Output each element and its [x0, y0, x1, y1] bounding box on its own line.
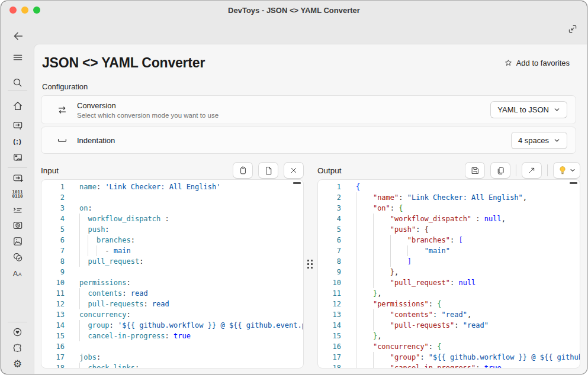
- open-file-button[interactable]: [258, 162, 278, 179]
- image-chip-icon: [12, 151, 24, 163]
- sidebar-separator: [8, 322, 27, 322]
- code-line: workflow_dispatch :: [79, 214, 303, 224]
- copy-icon: [496, 166, 506, 176]
- configuration-section-label: Configuration: [42, 82, 88, 91]
- sidebar-item-testers[interactable]: [8, 218, 27, 233]
- sidebar-item-extensions[interactable]: [8, 340, 27, 355]
- box-arrow-plus-icon: [12, 172, 24, 184]
- sidebar-item-formatters[interactable]: [8, 150, 27, 165]
- code-line: },: [356, 267, 580, 277]
- add-to-favorites-label: Add to favorites: [516, 59, 570, 67]
- line-number: 8: [41, 256, 65, 267]
- code-line: [79, 341, 303, 352]
- sidebar-item-settings[interactable]: ⚙: [8, 356, 27, 371]
- code-line: },: [356, 331, 580, 341]
- sidebar-search-button[interactable]: [8, 75, 27, 90]
- output-code-editor[interactable]: 123456789101112131415161718{ "name": "Li…: [317, 179, 580, 368]
- indentation-space-icon: [56, 134, 69, 147]
- line-number: 13: [41, 309, 65, 320]
- gear-icon: ⚙: [13, 359, 22, 369]
- code-line: },: [356, 288, 580, 299]
- toolbar-separator: [547, 164, 548, 176]
- line-number: 14: [41, 320, 65, 331]
- conversion-mode-dropdown[interactable]: YAML to JSON: [490, 101, 567, 118]
- output-code-lines: { "name": "Link Checker: All English", "…: [356, 182, 580, 368]
- sidebar-item-text-tools[interactable]: [8, 202, 27, 218]
- hamburger-menu-icon: [12, 51, 24, 63]
- line-number: 3: [41, 203, 65, 214]
- indentation-dropdown[interactable]: 4 spaces: [511, 132, 567, 149]
- code-line: push:: [79, 224, 303, 235]
- compact-overlay-button[interactable]: [566, 22, 579, 35]
- code-line: on:: [79, 203, 303, 214]
- clear-input-button[interactable]: [284, 162, 304, 179]
- line-number: 15: [318, 331, 341, 341]
- input-code-lines: name: 'Link Checker: All English'on: wor…: [79, 182, 303, 368]
- line-number: 7: [41, 245, 65, 256]
- code-line: "pull_request": null: [356, 277, 580, 288]
- lightbulb-icon: [558, 166, 567, 175]
- line-number: 16: [318, 341, 341, 352]
- line-number: 10: [318, 277, 341, 288]
- code-line: [79, 192, 303, 203]
- conversion-title: Conversion: [77, 101, 490, 110]
- sidebar-item-checkers[interactable]: [8, 250, 27, 265]
- line-number: 1: [318, 182, 341, 192]
- paste-button[interactable]: [233, 162, 253, 179]
- conversion-setting-row: Conversion Select which conversion mode …: [41, 95, 576, 124]
- clock-box-icon: [12, 219, 24, 231]
- chevron-down-icon: [554, 106, 560, 113]
- sidebar-item-converters[interactable]: [8, 118, 27, 133]
- expand-button[interactable]: [522, 162, 542, 179]
- circles-check-icon: [12, 251, 24, 263]
- save-button[interactable]: [465, 162, 485, 179]
- code-line: cancel-in-progress: true: [79, 331, 303, 341]
- panel-resize-grip[interactable]: [307, 260, 314, 271]
- sidebar-item-text-binary[interactable]: 10110110: [8, 186, 27, 202]
- code-line: contents: read: [79, 288, 303, 299]
- code-line: group: '${{ github.workflow }} @ ${{ git…: [79, 320, 303, 331]
- close-icon: [289, 166, 298, 175]
- sidebar-separator: [8, 90, 27, 91]
- input-code-editor[interactable]: 123456789101112131415161718name: 'Link C…: [41, 179, 304, 368]
- copy-button[interactable]: [490, 162, 510, 179]
- line-number: 10: [41, 277, 65, 288]
- picture-icon: [12, 235, 24, 247]
- line-number: 11: [41, 288, 65, 299]
- code-line: - main: [79, 245, 303, 256]
- code-line: "cancel-in-progress": true: [356, 363, 580, 368]
- code-line: "on": {: [356, 203, 580, 214]
- line-number: 4: [41, 214, 65, 224]
- output-panel: Output 123456789101112131415161718{ "nam…: [317, 161, 580, 368]
- search-icon: [12, 77, 23, 88]
- code-line: "contents": "read",: [356, 309, 580, 320]
- line-number: 1: [41, 182, 65, 192]
- sidebar-item-generators[interactable]: [8, 170, 27, 186]
- sidebar-menu-button[interactable]: [8, 50, 27, 65]
- output-label: Output: [317, 166, 342, 175]
- chevron-down-icon: [554, 137, 560, 144]
- code-line: pull_request:: [79, 256, 303, 267]
- sidebar-item-favorites[interactable]: [8, 324, 27, 340]
- code-line: "workflow_dispatch" : null,: [356, 214, 580, 224]
- star-icon: [504, 59, 513, 67]
- app-window: DevToys - JSON <> YAML Converter (;) 101…: [1, 1, 587, 374]
- line-number: 9: [41, 267, 65, 277]
- indentation-setting-row: Indentation 4 spaces: [41, 127, 576, 154]
- sidebar-item-fonts[interactable]: AA: [8, 266, 27, 281]
- code-line: "pull-requests": "read": [356, 320, 580, 331]
- compact-overlay-icon: [567, 24, 578, 34]
- sidebar-item-encoders-decoders[interactable]: (;): [8, 134, 27, 149]
- titlebar: DevToys - JSON <> YAML Converter: [1, 1, 587, 19]
- overview-ruler-mark: [293, 182, 301, 184]
- add-to-favorites-button[interactable]: Add to favorites: [504, 59, 570, 67]
- code-line: permissions:: [79, 277, 303, 288]
- code-line: "group": "${{ github.workflow }} @ ${{ g…: [356, 352, 580, 363]
- line-number: 17: [318, 352, 341, 363]
- heart-circle-icon: [12, 326, 23, 338]
- window-title: DevToys - JSON <> YAML Converter: [1, 6, 587, 15]
- smart-detection-button[interactable]: [553, 162, 580, 179]
- puzzle-icon: [12, 342, 23, 354]
- sidebar-item-graphic-tools[interactable]: [8, 234, 27, 249]
- sidebar-item-home[interactable]: [8, 98, 27, 114]
